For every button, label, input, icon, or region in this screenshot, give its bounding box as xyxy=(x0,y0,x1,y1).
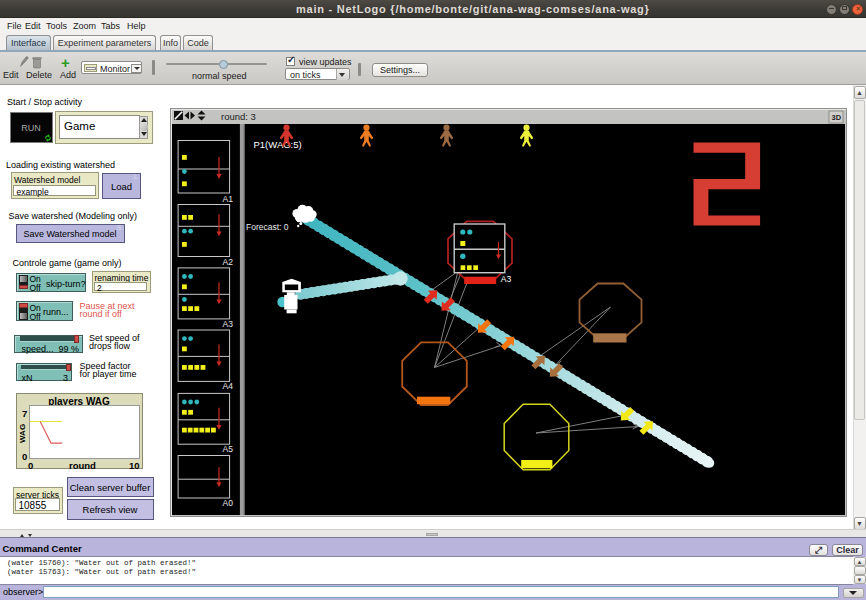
svg-text:A3: A3 xyxy=(501,274,512,284)
svg-text:A4: A4 xyxy=(223,381,234,391)
svg-text:round: 3: round: 3 xyxy=(221,111,256,122)
svg-text:3D: 3D xyxy=(832,113,842,122)
svg-text:Forecast: 0: Forecast: 0 xyxy=(246,222,289,232)
svg-text:P1(WAG:5): P1(WAG:5) xyxy=(254,139,302,150)
svg-text:A3: A3 xyxy=(223,319,234,329)
svg-text:A2: A2 xyxy=(223,257,234,267)
svg-text:A5: A5 xyxy=(223,444,234,454)
svg-text:A1: A1 xyxy=(223,194,234,204)
svg-text:A0: A0 xyxy=(223,498,234,508)
